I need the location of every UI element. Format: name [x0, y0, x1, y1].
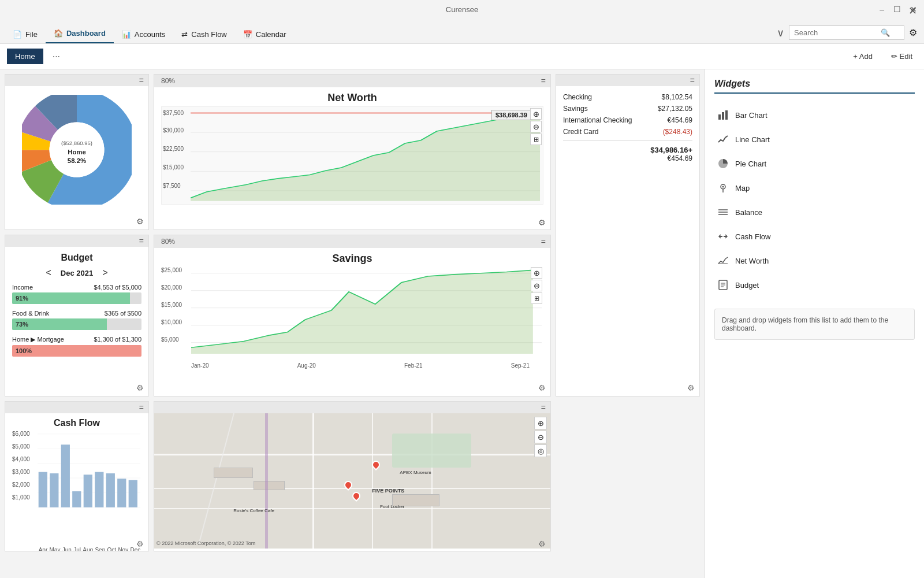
drag-hint: Drag and drop widgets from this list to … — [714, 309, 915, 340]
cashflow-y4: $4,000 — [12, 456, 30, 462]
widget-budget[interactable]: Budget — [714, 273, 915, 297]
dropdown-arrow[interactable]: ∨ — [777, 27, 784, 39]
account-total: $34,986.16+ €454.69 — [563, 140, 692, 162]
savings-zoom: ⊕ ⊖ ⊞ — [531, 267, 542, 304]
pie-widget: = ($52,860.95) Home 58.2% ⚙ — [5, 74, 149, 230]
cashflow-x8: Nov — [118, 547, 128, 551]
budget-widget-menu[interactable]: = — [139, 236, 144, 246]
widget-cash-flow[interactable]: Cash Flow — [714, 224, 915, 249]
cashflow-chart-svg — [38, 431, 140, 517]
account-savings-name: Savings — [563, 105, 588, 113]
home-button[interactable]: Home — [7, 49, 43, 64]
zoom-out-button[interactable]: ⊖ — [530, 121, 542, 132]
settings-icon[interactable]: ⚙ — [909, 27, 917, 38]
pie-widget-menu[interactable]: = — [139, 76, 144, 85]
map-widget-menu[interactable]: = — [541, 403, 546, 412]
map-label-apex: APEX Museum — [400, 470, 431, 475]
svg-rect-33 — [95, 472, 103, 507]
search-box[interactable]: 🔍 — [789, 25, 904, 40]
menu-accounts[interactable]: 📊 Accounts — [114, 25, 173, 43]
widget-line-chart[interactable]: Line Chart — [714, 127, 915, 151]
svg-text:58.2%: 58.2% — [68, 157, 86, 164]
accounts-content: Checking $8,102.54 Savings $27,132.05 In… — [556, 86, 699, 173]
cashflow-widget-gear[interactable]: ⚙ — [136, 539, 144, 549]
svg-rect-32 — [84, 475, 92, 507]
budget-prev-button[interactable]: < — [46, 268, 51, 278]
pie-widget-gear[interactable]: ⚙ — [136, 217, 144, 226]
accounts-widget-menu[interactable]: = — [690, 76, 695, 85]
menu-calendar[interactable]: 📅 Calendar — [235, 25, 295, 43]
zoom-in-button[interactable]: ⊕ — [530, 108, 542, 120]
maximize-button[interactable]: ☐ — [893, 5, 901, 14]
menubar-right: ∨ 🔍 ⚙ — [777, 25, 917, 40]
search-input[interactable] — [794, 28, 881, 37]
savings-zoom-in[interactable]: ⊕ — [531, 267, 542, 279]
budget-mortgage-bar-bg: 100% — [12, 345, 141, 357]
calendar-icon: 📅 — [243, 30, 252, 39]
svg-rect-38 — [722, 112, 724, 120]
savings-title: Savings — [161, 253, 543, 265]
networth-widget: 80% = Net Worth $37,500 $30,000 $22,500 … — [154, 74, 551, 230]
account-total-usd: $34,986.16+ — [650, 146, 692, 154]
map-widget: = — [154, 401, 551, 551]
pie-widget-header: = — [5, 75, 148, 86]
map-zoom-out[interactable]: ⊖ — [534, 431, 547, 443]
more-options[interactable]: ··· — [48, 49, 65, 64]
budget-widget-gear[interactable]: ⚙ — [136, 383, 144, 392]
account-savings-value: $27,132.05 — [658, 105, 692, 113]
map-widget-gear[interactable]: ⚙ — [538, 539, 546, 549]
cashflow-content: Cash Flow $6,000 $5,000 $4,000 $3,000 $2… — [5, 413, 148, 539]
add-button[interactable]: + Add — [848, 50, 877, 63]
widget-map[interactable]: Map — [714, 176, 915, 200]
widget-balance[interactable]: Balance — [714, 200, 915, 224]
svg-rect-35 — [117, 479, 126, 507]
account-savings: Savings $27,132.05 — [563, 105, 692, 113]
svg-rect-30 — [61, 444, 70, 507]
networth-y5: $37,500 — [163, 110, 184, 116]
account-checking-value: $8,102.54 — [662, 93, 692, 101]
networth-y1: $7,500 — [163, 183, 181, 189]
budget-food-bar-bg: 73% — [12, 318, 141, 330]
net-worth-icon — [717, 254, 729, 267]
dashboard-grid: = ($52,860.95) Home 58.2% ⚙ — [0, 69, 705, 578]
widget-net-worth[interactable]: Net Worth — [714, 249, 915, 273]
savings-y3: $15,000 — [161, 302, 182, 308]
budget-next-button[interactable]: > — [102, 268, 107, 278]
svg-rect-36 — [129, 480, 137, 507]
cashflow-x-labels: Apr May Jun Jul Aug Sep Oct Nov Dec — [38, 547, 141, 551]
map-location[interactable]: ◎ — [534, 444, 547, 457]
cashflow-widget-menu[interactable]: = — [139, 403, 144, 412]
cashflow-widget: = Cash Flow $6,000 $5,000 $4,000 $3,000 … — [5, 401, 149, 551]
networth-widget-gear[interactable]: ⚙ — [538, 218, 546, 227]
savings-zoom-out[interactable]: ⊖ — [531, 280, 542, 291]
cashflow-y5: $5,000 — [12, 443, 30, 450]
networth-chart-svg — [191, 107, 540, 204]
savings-widget-menu[interactable]: = — [541, 237, 546, 246]
savings-y4: $20,000 — [161, 284, 182, 291]
widgets-sidebar: ✕ Widgets Bar Chart Line Chart Pie Chart — [705, 69, 924, 578]
account-checking: Checking $8,102.54 — [563, 93, 692, 101]
balance-icon — [717, 206, 729, 218]
savings-chart-svg — [191, 267, 542, 354]
menu-cashflow[interactable]: ⇄ Cash Flow — [173, 25, 234, 43]
menu-file[interactable]: 📄 File — [5, 25, 46, 43]
edit-button[interactable]: ✏ Edit — [886, 50, 917, 63]
widget-bar-chart[interactable]: Bar Chart — [714, 103, 915, 127]
map-zoom-in[interactable]: ⊕ — [534, 417, 547, 429]
menu-dashboard[interactable]: 🏠 Dashboard — [46, 24, 114, 43]
widget-map-label: Map — [735, 184, 750, 192]
expand-button[interactable]: ⊞ — [530, 134, 542, 145]
widget-pie-chart[interactable]: Pie Chart — [714, 151, 915, 176]
savings-expand[interactable]: ⊞ — [531, 292, 542, 304]
networth-widget-menu[interactable]: = — [541, 76, 546, 86]
cashflow-y1: $1,000 — [12, 494, 30, 501]
savings-content: Savings $25,000 $20,000 $15,000 $10,000 … — [154, 248, 550, 364]
bar-chart-icon — [717, 109, 729, 121]
budget-income-name: Income — [12, 284, 33, 291]
cashflow-y2: $2,000 — [12, 481, 30, 488]
accounts-widget-gear[interactable]: ⚙ — [687, 383, 695, 392]
file-icon: 📄 — [13, 30, 22, 39]
savings-y2: $10,000 — [161, 319, 182, 325]
minimize-button[interactable]: – — [880, 5, 884, 14]
savings-widget-gear[interactable]: ⚙ — [538, 383, 546, 392]
